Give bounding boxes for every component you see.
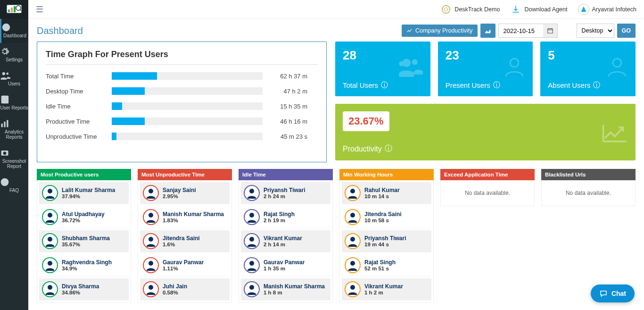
user-row[interactable]: Gaurav Panwar1.11% bbox=[140, 254, 230, 276]
info-icon[interactable]: ⓘ bbox=[385, 144, 392, 154]
nav-dashboard[interactable]: Dashboard bbox=[0, 19, 28, 43]
info-icon[interactable]: ⓘ bbox=[593, 81, 600, 90]
user-row[interactable]: Juhi Jain0.58% bbox=[140, 278, 230, 301]
avatar bbox=[42, 281, 58, 297]
user-value: 34.9% bbox=[62, 266, 112, 271]
user-name: Vikrant Kumar bbox=[364, 283, 403, 290]
download-agent-link[interactable]: Download Agent bbox=[510, 4, 567, 15]
avatar bbox=[143, 281, 159, 297]
go-button[interactable]: GO bbox=[617, 24, 636, 38]
user-row[interactable]: Vikrant Kumar2 h 14 m bbox=[241, 230, 330, 252]
avatar bbox=[42, 257, 58, 273]
user-row[interactable]: Gaurav Panwar1 h 35 m bbox=[241, 254, 330, 276]
user-name: Priyansh Tiwari bbox=[364, 235, 406, 242]
user-name: Divya Sharma bbox=[62, 283, 99, 290]
user-value: 0.58% bbox=[163, 290, 187, 295]
present-users-label: Present Users bbox=[446, 81, 490, 89]
metric-label: Unproductive Time bbox=[46, 133, 112, 140]
card-min-working-hours: Min Working HoursRahul Kumar10 m 14 sJit… bbox=[339, 169, 434, 303]
svg-point-31 bbox=[149, 213, 153, 218]
area-chart-icon bbox=[484, 27, 492, 34]
user-row[interactable]: Priyansh Tiwari19 m 44 s bbox=[342, 230, 431, 252]
user-row[interactable]: Divya Sharma34.86% bbox=[39, 278, 129, 301]
user-row[interactable]: Sanjay Saini2.95% bbox=[140, 182, 230, 204]
menu-toggle-icon[interactable]: ☰ bbox=[36, 4, 43, 15]
user-value: 10 m 14 s bbox=[364, 193, 400, 199]
calendar-icon[interactable] bbox=[543, 24, 557, 37]
svg-point-15 bbox=[4, 152, 5, 154]
user-row[interactable]: Rahul Kumar10 m 14 s bbox=[342, 182, 431, 204]
avatar bbox=[345, 257, 361, 273]
nav-label: Screenshot bbox=[0, 159, 28, 164]
nav-label: Dashboard bbox=[1, 33, 28, 38]
svg-point-42 bbox=[350, 237, 355, 242]
user-row[interactable]: Jitendra Saini1.6% bbox=[140, 230, 230, 252]
avatar bbox=[345, 209, 361, 225]
total-users-card[interactable]: 28 Total Usersⓘ bbox=[335, 42, 430, 96]
chat-widget[interactable]: Chat bbox=[591, 285, 635, 302]
svg-point-30 bbox=[149, 189, 153, 193]
company-avatar-icon bbox=[578, 4, 589, 15]
user-name: Gaurav Panwar bbox=[264, 259, 305, 266]
user-row[interactable]: Jitendra Saini10 m 58 s bbox=[342, 206, 431, 228]
present-users-card[interactable]: 23 Present Usersⓘ bbox=[438, 42, 533, 96]
nav-screenshot[interactable]: ScreenshotReport bbox=[0, 144, 28, 174]
user-name: Sanjay Saini bbox=[163, 187, 196, 193]
user-name: Rajat Singh bbox=[364, 259, 396, 266]
date-input[interactable] bbox=[499, 24, 543, 37]
user-value: 1 h 2 m bbox=[364, 290, 403, 295]
user-row[interactable]: Shubham Sharma35.67% bbox=[39, 230, 129, 252]
user-value: 52 m 51 s bbox=[364, 266, 396, 271]
nav-users[interactable]: Users bbox=[0, 67, 28, 91]
bar-track bbox=[112, 117, 263, 125]
demo-label: DeskTrack Demo bbox=[454, 6, 500, 13]
nav-faq[interactable]: FAQ bbox=[0, 174, 28, 198]
download-label: Download Agent bbox=[524, 6, 567, 13]
demo-icon bbox=[440, 4, 452, 15]
sidebar: DashboardSettingsUsersUser ReportsAnalyt… bbox=[0, 0, 28, 310]
absent-users-card[interactable]: 5 Absent Usersⓘ bbox=[540, 42, 636, 96]
demo-link[interactable]: DeskTrack Demo bbox=[440, 4, 500, 15]
svg-point-39 bbox=[249, 285, 254, 290]
page-header: Dashboard Company Productivity Desktop G… bbox=[37, 24, 636, 38]
user-row[interactable]: Manish Kumar Sharma1.83% bbox=[140, 206, 230, 228]
view-select[interactable]: Desktop bbox=[577, 24, 614, 38]
user-name: Manish Kumar Sharma bbox=[163, 211, 224, 218]
avatar bbox=[244, 281, 260, 297]
user-row[interactable]: Vikrant Kumar1 h 2 m bbox=[342, 278, 431, 301]
bar-fill bbox=[112, 87, 145, 95]
time-graph-row: Idle Time15 h 35 m bbox=[46, 102, 318, 110]
company-productivity-button[interactable]: Company Productivity bbox=[402, 25, 478, 37]
info-icon[interactable]: ⓘ bbox=[493, 81, 500, 90]
user-value: 1.6% bbox=[163, 242, 200, 247]
metric-label: Total Time bbox=[46, 73, 112, 80]
user-row[interactable]: Raghvendra Singh34.9% bbox=[39, 254, 129, 276]
svg-rect-6 bbox=[11, 14, 17, 15]
metric-label: Productive Time bbox=[46, 118, 112, 125]
user-row[interactable]: Atul Upadhayay36.72% bbox=[39, 206, 129, 228]
user-row[interactable]: Rajat Singh2 h 19 m bbox=[241, 206, 330, 228]
svg-point-27 bbox=[48, 237, 52, 242]
svg-point-38 bbox=[249, 261, 254, 266]
productivity-card[interactable]: 23.67% Productivityⓘ bbox=[335, 104, 636, 160]
nav-settings[interactable]: Settings bbox=[0, 43, 28, 67]
chart-type-button[interactable] bbox=[480, 24, 495, 38]
date-picker[interactable] bbox=[498, 24, 558, 38]
user-icon bbox=[503, 55, 526, 79]
user-row[interactable]: Rajat Singh52 m 51 s bbox=[342, 254, 431, 276]
user-row[interactable]: Lalit Kumar Sharma37.94% bbox=[39, 182, 129, 204]
nav-user-reports[interactable]: User Reports bbox=[0, 91, 28, 115]
user-row[interactable]: Priyansh Tiwari2 h 24 m bbox=[241, 182, 330, 204]
user-name: Juhi Jain bbox=[163, 283, 187, 290]
user-value: 1.11% bbox=[163, 266, 204, 271]
user-row[interactable]: Manish Kumar Sharma1 h 8 m bbox=[241, 278, 330, 301]
time-graph-row: Desktop Time47 h 2 m bbox=[46, 87, 318, 95]
metric-value: 45 m 23 s bbox=[263, 133, 307, 140]
info-icon[interactable]: ⓘ bbox=[381, 81, 388, 90]
card-exceed-application-time: Exceed Application TimeNo data available… bbox=[440, 169, 535, 303]
time-graph-title: Time Graph For Present Users bbox=[46, 50, 318, 65]
avatar bbox=[143, 209, 159, 225]
company-link[interactable]: Aryavrat Infotech bbox=[578, 4, 637, 15]
nav-analytics[interactable]: AnalyticsReports bbox=[0, 115, 28, 144]
avatar bbox=[345, 185, 361, 201]
